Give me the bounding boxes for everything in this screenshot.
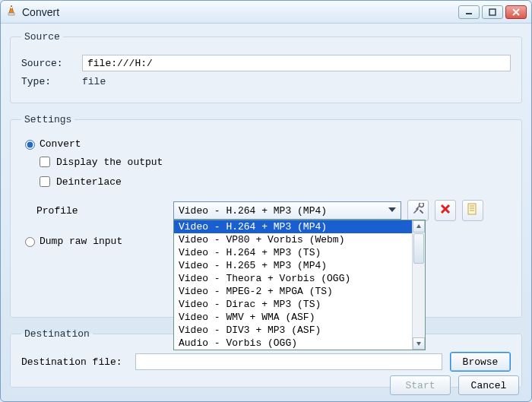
dump-raw-radio[interactable] — [25, 237, 35, 247]
scroll-thumb[interactable] — [413, 233, 424, 264]
deinterlace-label: Deinterlace — [56, 176, 122, 188]
delete-x-icon — [440, 204, 451, 217]
source-label: Source: — [21, 58, 82, 69]
deinterlace-checkbox[interactable] — [40, 176, 50, 187]
svg-marker-0 — [9, 5, 14, 13]
wrench-icon — [412, 203, 424, 218]
svg-marker-7 — [388, 207, 396, 212]
svg-rect-4 — [489, 9, 496, 15]
profile-dropdown: Video - H.264 + MP3 (MP4)Video - VP80 + … — [173, 220, 426, 350]
svg-rect-2 — [11, 7, 12, 8]
profile-option[interactable]: Video - VP80 + Vorbis (Webm) — [174, 233, 412, 246]
svg-marker-9 — [416, 342, 421, 346]
dump-raw-label: Dump raw input — [40, 236, 122, 247]
content-area: Source Source: Type: file Settings Conve… — [1, 24, 531, 401]
type-value: file — [82, 76, 106, 87]
profile-option-list: Video - H.264 + MP3 (MP4)Video - VP80 + … — [174, 220, 412, 350]
scroll-up-icon[interactable] — [413, 220, 425, 233]
new-profile-button[interactable] — [462, 200, 483, 221]
delete-profile-button[interactable] — [435, 200, 456, 221]
window-root: Convert Source Source: Type: file Settin… — [0, 0, 532, 402]
profile-option[interactable]: Video - Dirac + MP3 (TS) — [174, 298, 412, 311]
browse-button-label: Browse — [463, 356, 499, 368]
destination-legend: Destination — [21, 328, 93, 340]
browse-button[interactable]: Browse — [450, 352, 511, 372]
settings-legend: Settings — [21, 114, 74, 125]
maximize-button[interactable] — [482, 5, 503, 19]
source-legend: Source — [21, 31, 63, 43]
profile-option[interactable]: Video - H.265 + MP3 (MP4) — [174, 259, 412, 272]
close-button[interactable] — [505, 5, 527, 19]
display-output-label: Display the output — [56, 157, 163, 168]
footer-buttons: Start Cancel — [390, 375, 519, 395]
profile-option[interactable]: Video - Theora + Vorbis (OGG) — [174, 272, 412, 285]
scroll-down-icon[interactable] — [413, 337, 425, 350]
window-title: Convert — [22, 6, 456, 18]
edit-profile-button[interactable] — [407, 200, 429, 221]
start-button[interactable]: Start — [390, 375, 451, 395]
dropdown-scrollbar[interactable] — [412, 220, 425, 350]
profile-label: Profile — [36, 205, 173, 217]
svg-rect-1 — [8, 13, 14, 15]
profile-combobox[interactable]: Video - H.264 + MP3 (MP4) — [173, 201, 401, 220]
app-icon — [5, 5, 17, 20]
source-input[interactable] — [82, 55, 511, 71]
titlebar: Convert — [1, 1, 531, 24]
cancel-button-label: Cancel — [471, 380, 507, 391]
minimize-button[interactable] — [458, 5, 480, 19]
chevron-down-icon — [388, 205, 396, 217]
profile-selected-value: Video - H.264 + MP3 (MP4) — [179, 205, 327, 217]
convert-label: Convert — [40, 138, 81, 150]
source-group: Source Source: Type: file — [10, 31, 522, 103]
convert-radio[interactable] — [25, 140, 35, 150]
profile-option[interactable]: Video - H.264 + MP3 (MP4) — [174, 220, 412, 233]
type-label: Type: — [21, 76, 82, 87]
settings-group: Settings Convert Display the output Dein… — [10, 114, 522, 318]
display-output-checkbox[interactable] — [40, 157, 50, 167]
profile-option[interactable]: Audio - Vorbis (OGG) — [174, 337, 412, 350]
profile-option[interactable]: Video - H.264 + MP3 (TS) — [174, 246, 412, 259]
profile-option[interactable]: Video - DIV3 + MP3 (ASF) — [174, 324, 412, 337]
svg-marker-8 — [416, 224, 421, 228]
profile-option[interactable]: Video - MPEG-2 + MPGA (TS) — [174, 285, 412, 298]
svg-line-10 — [420, 210, 423, 213]
profile-option[interactable]: Video - WMV + WMA (ASF) — [174, 311, 412, 324]
cancel-button[interactable]: Cancel — [458, 375, 519, 395]
destination-file-input[interactable] — [135, 353, 442, 370]
svg-rect-13 — [468, 204, 476, 214]
new-document-icon — [467, 203, 478, 218]
start-button-label: Start — [405, 380, 435, 391]
destination-file-label: Destination file: — [21, 356, 135, 368]
